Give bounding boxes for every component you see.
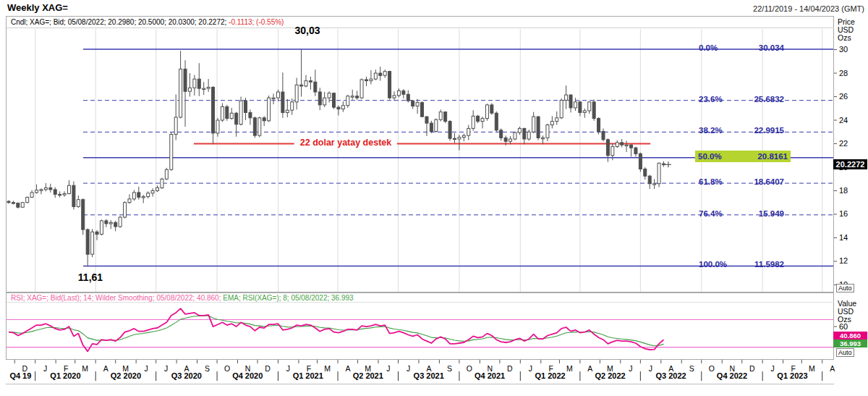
- fib-percent: 50.0%: [698, 152, 722, 161]
- price-tick-label: 12: [839, 256, 848, 265]
- price-axis-unit: Price USD Ozs: [838, 18, 855, 42]
- price-tick-label: 22: [839, 139, 848, 148]
- fib-percent: 76.4%: [699, 209, 723, 218]
- fib-price: 11.5982: [754, 260, 784, 269]
- rsi-axis-unit: Value USD Ozs: [838, 300, 856, 324]
- rsi-value-tag: 40.860: [833, 332, 867, 340]
- annotation-support-label: 22 dolar yatay destek: [294, 138, 397, 148]
- chart-window: Weekly XAG= 22/11/2019 - 14/04/2023 (GMT…: [0, 0, 868, 396]
- quarter-label: Q1 2020: [36, 371, 94, 380]
- fib-price: 22.9915: [754, 126, 784, 135]
- quarter-label: Q2 2022: [582, 371, 639, 380]
- price-tick-label: 28: [839, 69, 848, 77]
- fib-price: 15.949: [759, 209, 784, 218]
- price-tick-label: 18: [839, 186, 848, 195]
- quarter-label: Q1 2023: [763, 371, 821, 380]
- fib-level-label: 50.0%20.8161: [695, 151, 791, 162]
- price-tick-label: 16: [839, 209, 848, 218]
- quarter-label: Q4 2021: [461, 371, 519, 380]
- price-tick-label: 14: [839, 233, 848, 242]
- quarter-label: Q1 2021: [279, 371, 337, 380]
- quarter-label: Q3 2021: [400, 371, 458, 380]
- last-price-tag: 20.2272: [833, 159, 867, 169]
- quarter-label: Q2 2020: [97, 371, 155, 380]
- ema-value-tag: 36.993: [833, 340, 867, 347]
- fib-price: 20.8161: [757, 152, 788, 161]
- fib-percent: 23.6%: [699, 95, 723, 104]
- quarter-label: Q1 2022: [522, 371, 579, 380]
- fib-percent: 0.0%: [699, 43, 718, 52]
- fib-level-label: 0.0%30.034: [699, 43, 784, 52]
- annotation-trough-price: 11,61: [61, 271, 119, 283]
- fib-price: 25.6832: [754, 95, 784, 104]
- fib-level-label: 38.2%22.9915: [699, 126, 784, 135]
- quarter-label: Q4 2022: [703, 371, 761, 380]
- quarter-label: Q4 2020: [218, 371, 276, 380]
- price-axis-auto-button[interactable]: Auto: [836, 284, 854, 292]
- fib-percent: 38.2%: [699, 126, 723, 135]
- fib-percent: 100.0%: [699, 260, 727, 269]
- quarter-label: Q3 2022: [642, 371, 700, 380]
- quarter-label: Q3 2020: [158, 371, 216, 380]
- price-tick-label: 30: [839, 45, 848, 54]
- rsi-axis-auto-button[interactable]: Auto: [836, 348, 854, 357]
- fib-level-label: 61.8%18.6407: [699, 177, 784, 186]
- fib-level-label: 23.6%25.6832: [699, 95, 784, 104]
- fib-price: 30.034: [759, 43, 784, 52]
- price-tick-label: 26: [839, 92, 848, 101]
- fib-level-label: 100.0%11.5982: [699, 260, 784, 269]
- fib-percent: 61.8%: [699, 177, 723, 186]
- month-label: A: [827, 364, 838, 373]
- price-tick-label: 24: [839, 116, 848, 125]
- annotation-peak-price: 30,03: [278, 25, 336, 36]
- quarter-label: Q2 2021: [339, 371, 397, 380]
- chart-plot-area[interactable]: [0, 0, 868, 396]
- fib-price: 18.6407: [754, 177, 784, 186]
- fib-level-label: 76.4%15.949: [699, 209, 784, 218]
